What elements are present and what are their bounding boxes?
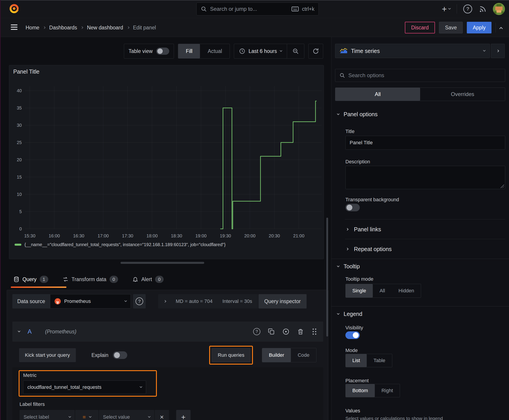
breadcrumb-dashboards[interactable]: Dashboards: [49, 25, 77, 31]
repeat-options-section[interactable]: Repeat options: [346, 243, 392, 255]
tab-transform[interactable]: Transform data 0: [63, 276, 118, 283]
description-textarea[interactable]: [345, 166, 505, 189]
mode-table-option[interactable]: Table: [367, 354, 392, 367]
select-label-dropdown[interactable]: Select label: [20, 410, 75, 420]
placement-bottom-option[interactable]: Bottom: [346, 384, 375, 397]
main-pane: Table view Fill Actual Last 6 hours: [0, 37, 331, 420]
code-option[interactable]: Code: [291, 348, 316, 362]
mode-list-option[interactable]: List: [346, 354, 367, 367]
legend-header[interactable]: Legend: [337, 311, 362, 317]
datasource-row: Data source Prometheus ?: [12, 294, 323, 308]
run-queries-button[interactable]: Run queries: [212, 348, 251, 362]
chart-panel-title[interactable]: Panel Title: [13, 68, 39, 75]
overrides-label: Overrides: [451, 91, 474, 97]
svg-text:35: 35: [17, 105, 22, 110]
tab-transform-label: Transform data: [72, 276, 106, 283]
svg-text:25: 25: [17, 140, 22, 145]
tooltip-hidden-option[interactable]: Hidden: [392, 284, 421, 298]
panel-links-section[interactable]: Panel links: [346, 224, 381, 235]
help-button[interactable]: ?: [463, 5, 472, 14]
tab-query[interactable]: Query 1: [14, 276, 48, 283]
database-icon: [14, 276, 19, 282]
tab-alert[interactable]: Alert 0: [132, 276, 164, 283]
question-icon: ?: [466, 6, 469, 12]
datasource-help-button[interactable]: ?: [133, 294, 146, 308]
drag-handle-icon[interactable]: [311, 328, 317, 335]
transparent-bg-toggle[interactable]: [345, 204, 360, 211]
builder-code-segmented: Builder Code: [262, 348, 316, 362]
trash-icon[interactable]: [297, 328, 304, 335]
svg-text:15:30: 15:30: [24, 233, 36, 238]
legend-swatch: [15, 244, 21, 246]
tooltip-mode-label: Tooltip mode: [345, 276, 373, 282]
explain-label: Explain: [91, 352, 108, 358]
menu-toggle-button[interactable]: [11, 24, 17, 31]
save-button[interactable]: Save: [439, 22, 463, 33]
tooltip-header[interactable]: Tooltip: [337, 263, 360, 270]
query-row-header[interactable]: A (Prometheus) ?: [12, 322, 323, 342]
builder-option[interactable]: Builder: [262, 348, 291, 362]
grafana-logo-icon[interactable]: [8, 3, 20, 15]
max-data-points-summary: MD = auto = 704: [176, 298, 213, 304]
tab-transform-badge: 0: [109, 276, 118, 283]
table-view-toggle[interactable]: [156, 48, 169, 55]
save-label: Save: [445, 25, 457, 31]
query-options-summary[interactable]: MD = auto = 704 Interval = 30s: [158, 294, 258, 308]
tooltip-all-option[interactable]: All: [373, 284, 392, 298]
select-value-dropdown[interactable]: Select value: [99, 410, 154, 420]
tooltip-single-option[interactable]: Single: [346, 284, 373, 298]
news-rss-icon[interactable]: [479, 5, 486, 13]
add-filter-button[interactable]: +: [176, 410, 190, 420]
resize-handle-icon[interactable]: [501, 184, 504, 188]
discard-button[interactable]: Discard: [405, 22, 435, 33]
placement-right-option[interactable]: Right: [375, 384, 400, 397]
refresh-button[interactable]: [308, 44, 323, 59]
collapse-pane-button[interactable]: [499, 27, 503, 30]
vertical-scrollbar[interactable]: [326, 218, 328, 337]
user-avatar[interactable]: [493, 3, 505, 15]
explain-toggle[interactable]: [113, 351, 127, 359]
new-menu-button[interactable]: +: [442, 5, 450, 13]
top-nav: Search or jump to... ctrl+k + ?: [0, 0, 509, 18]
global-search-input[interactable]: Search or jump to... ctrl+k: [196, 2, 319, 15]
remove-filter-button[interactable]: ×: [155, 410, 169, 420]
query-inspector-button[interactable]: Query inspector: [258, 294, 307, 308]
viz-suggestions-button[interactable]: [491, 44, 505, 58]
legend-title: Legend: [344, 311, 362, 317]
actual-label: Actual: [208, 48, 222, 54]
query-toolbar-row: Kick start your query Explain Run querie…: [12, 347, 323, 364]
legend-visibility-toggle[interactable]: [345, 331, 360, 339]
filter-overrides-option[interactable]: Overrides: [420, 88, 505, 101]
pane-resize-handle[interactable]: [121, 262, 204, 264]
prometheus-icon: [54, 298, 61, 305]
query-builder-body: Metric cloudflared_tunnel_total_requests…: [12, 367, 323, 420]
chart-legend[interactable]: {__name__="cloudflared_tunnel_total_requ…: [15, 242, 226, 247]
legend-mode-label: Mode: [345, 347, 358, 353]
fill-option[interactable]: Fill: [178, 44, 200, 58]
title-field-label: Title: [345, 128, 355, 134]
kick-start-button[interactable]: Kick start your query: [19, 348, 76, 362]
zoom-out-button[interactable]: [287, 44, 304, 58]
eye-icon[interactable]: [282, 328, 289, 335]
label-filters-label: Label filters: [20, 401, 45, 407]
breadcrumb-new-dashboard[interactable]: New dashboard: [87, 25, 123, 31]
filter-all-option[interactable]: All: [335, 88, 420, 101]
viz-picker[interactable]: Time series: [335, 44, 490, 58]
legend-placement-label: Placement: [345, 378, 369, 384]
breadcrumb-home[interactable]: Home: [26, 25, 39, 31]
query-help-icon[interactable]: ?: [253, 328, 260, 335]
duplicate-icon[interactable]: [268, 328, 275, 335]
datasource-picker[interactable]: Prometheus: [50, 294, 131, 308]
metric-select[interactable]: cloudflared_tunnel_total_requests: [23, 381, 146, 394]
panel-options-header[interactable]: Panel options: [337, 111, 378, 118]
time-range-picker[interactable]: Last 6 hours: [234, 44, 287, 58]
legend-mode-segmented: List Table: [345, 354, 392, 367]
options-search-input[interactable]: Search options: [335, 69, 505, 82]
operator-dropdown[interactable]: =: [75, 410, 99, 420]
collapse-query-icon[interactable]: [18, 330, 20, 332]
apply-label: Apply: [473, 25, 486, 31]
legend-values-help: Select values or calculations to show in…: [345, 416, 443, 420]
actual-option[interactable]: Actual: [200, 44, 230, 58]
panel-title-input[interactable]: Panel Title: [345, 136, 505, 150]
apply-button[interactable]: Apply: [467, 22, 492, 33]
